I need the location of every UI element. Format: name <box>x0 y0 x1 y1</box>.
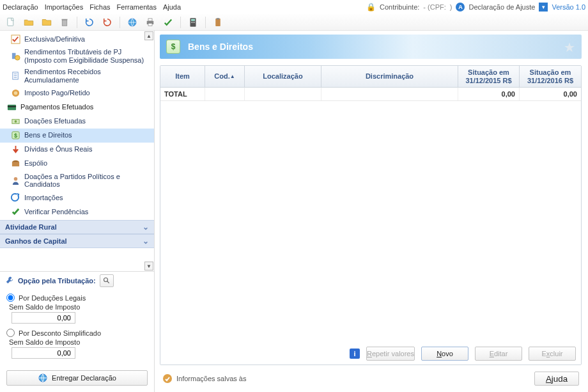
repetir-button[interactable]: RRepetir valoresepetir valores <box>366 347 415 361</box>
card-icon <box>6 102 17 113</box>
declaracao-badge-icon: A <box>456 3 465 12</box>
sidebar-item-importacoes[interactable]: Importações <box>0 191 154 205</box>
tb-check-icon[interactable] <box>161 15 175 29</box>
sidebar-item-dividas[interactable]: Dívidas e Ônus Reais <box>0 143 154 157</box>
sidebar-item-label: Rendimentos Recebidos Acumuladamente <box>24 68 149 84</box>
grid-header: Item Cod. Localização Discriminação Situ… <box>160 66 581 88</box>
down-arrow-icon <box>10 145 20 155</box>
svg-rect-1 <box>62 20 67 26</box>
svg-point-27 <box>13 177 17 181</box>
col-situacao-2016[interactable]: Situação em 31/12/2016 R$ <box>520 66 581 87</box>
col-localizacao[interactable]: Localização <box>245 66 321 87</box>
sidebar-item-label: Rendimentos Tributáveis de PJ (Imposto c… <box>24 48 149 64</box>
sidebar-item-espolio[interactable]: Espólio <box>0 157 154 171</box>
menu-importacoes[interactable]: Importações <box>45 3 84 11</box>
tb-trash-icon[interactable] <box>58 15 72 29</box>
svg-rect-9 <box>191 22 192 23</box>
section-label: Atividade Rural <box>5 223 57 231</box>
sidebar: ▲ Exclusiva/Definitiva Rendimentos Tribu… <box>0 31 155 392</box>
check-green-icon <box>10 207 20 217</box>
cell-total-s2: 0,00 <box>520 88 581 100</box>
sidebar-tree: Exclusiva/Definitiva Rendimentos Tributá… <box>0 31 154 220</box>
menu-declaracao[interactable]: Declaração <box>3 3 38 11</box>
tb-folder-icon[interactable] <box>40 15 54 29</box>
opt-deducoes-radio[interactable] <box>6 294 15 302</box>
document-icon <box>10 71 20 81</box>
svg-rect-20 <box>7 105 15 110</box>
svg-rect-8 <box>191 19 195 20</box>
lion-icon <box>10 88 20 98</box>
entregar-label: Entregar Declaração <box>52 374 116 382</box>
taxopt-search-button[interactable] <box>100 274 114 287</box>
excluir-button[interactable]: Excluir <box>529 347 576 361</box>
svg-rect-21 <box>7 106 15 107</box>
chevron-double-icon: ⌄ <box>143 237 149 246</box>
svg-rect-13 <box>217 18 220 19</box>
menu-ajuda[interactable]: Ajuda <box>163 3 181 11</box>
versao-label: Versão 1.0 <box>552 3 585 11</box>
tb-calculator-icon[interactable] <box>186 15 200 29</box>
tb-refresh-red-icon[interactable] <box>100 15 114 29</box>
info-save-label: Informações salvas às <box>176 375 246 382</box>
sidebar-scroll-down[interactable]: ▼ <box>144 262 153 270</box>
sidebar-item-exclusiva[interactable]: Exclusiva/Definitiva <box>0 32 154 46</box>
sidebar-item-label: Doações a Partidos Políticos e Candidato… <box>24 173 149 189</box>
editar-button[interactable]: Editar <box>475 347 522 361</box>
sidebar-item-bens[interactable]: $ Bens e Direitos <box>0 129 154 143</box>
entregar-declaracao-button[interactable]: Entregar Declaração <box>6 370 148 386</box>
person-icon <box>10 175 20 185</box>
novo-button[interactable]: Novo <box>421 347 468 361</box>
col-discriminacao[interactable]: Discriminação <box>321 66 458 87</box>
section-atividade-rural[interactable]: Atividade Rural ⌄ <box>0 220 154 234</box>
svg-rect-12 <box>215 19 220 26</box>
sidebar-item-rend-acum[interactable]: Rendimentos Recebidos Acumuladamente <box>0 66 154 86</box>
sidebar-scroll-up[interactable]: ▲ <box>144 31 153 40</box>
svg-rect-2 <box>62 19 68 20</box>
svg-point-30 <box>163 374 172 383</box>
svg-rect-6 <box>148 23 152 26</box>
tb-open-folder-icon[interactable] <box>22 15 36 29</box>
sidebar-item-doacoes[interactable]: Doações Efetuadas <box>0 114 154 129</box>
sidebar-item-label: Dívidas e Ônus Reais <box>24 145 149 153</box>
svg-rect-0 <box>8 18 13 26</box>
col-item[interactable]: Item <box>160 66 205 87</box>
section-ganhos-capital[interactable]: Ganhos de Capital ⌄ <box>0 234 154 248</box>
svg-point-19 <box>13 91 17 95</box>
col-situacao-2015[interactable]: Situação em 31/12/2015 R$ <box>458 66 520 87</box>
versao-icon: ▾ <box>539 3 548 12</box>
globe-small-icon <box>38 373 48 383</box>
opt-deducoes-sub: Sem Saldo de Imposto <box>6 303 148 311</box>
tb-print-icon[interactable] <box>143 15 157 29</box>
tb-globe-icon[interactable] <box>125 15 139 29</box>
opt-simplificado-value <box>12 347 75 359</box>
cell-total-label: TOTAL <box>160 88 205 100</box>
sidebar-item-pagamentos[interactable]: Pagamentos Efetuados <box>0 100 154 114</box>
tb-refresh-blue-icon[interactable] <box>82 15 97 29</box>
sidebar-item-rend-pj[interactable]: Rendimentos Tributáveis de PJ (Imposto c… <box>0 46 154 66</box>
save-status-icon <box>162 373 173 384</box>
favorite-star-icon[interactable]: ★ <box>564 40 575 55</box>
sidebar-item-verificar[interactable]: Verificar Pendências <box>0 205 154 219</box>
menu-ferramentas[interactable]: Ferramentas <box>117 3 157 11</box>
menubar: Declaração Importações Fichas Ferramenta… <box>0 0 588 14</box>
money-icon <box>10 116 20 127</box>
cell-total-s1: 0,00 <box>458 88 520 100</box>
sidebar-item-imposto[interactable]: Imposto Pago/Retido <box>0 86 154 100</box>
menu-fichas[interactable]: Fichas <box>89 3 110 11</box>
info-icon[interactable]: i <box>350 349 360 359</box>
taxopt-label: Opção pela Tributação: <box>18 277 96 285</box>
tb-new-doc-icon[interactable] <box>4 15 18 29</box>
ajuda-button[interactable]: Ajuda <box>534 372 579 386</box>
sidebar-item-doacoes-partidos[interactable]: Doações a Partidos Políticos e Candidato… <box>0 171 154 191</box>
svg-rect-5 <box>148 19 152 21</box>
tb-clipboard-icon[interactable] <box>211 15 225 29</box>
col-cod[interactable]: Cod. <box>205 66 245 87</box>
opt-deducoes-value <box>12 312 75 324</box>
toolbar <box>0 14 588 31</box>
sidebar-item-label: Exclusiva/Definitiva <box>24 35 149 43</box>
svg-point-28 <box>104 278 107 282</box>
opt-deducoes-label: Por Deduções Legais <box>19 294 86 302</box>
opt-simplificado-radio[interactable] <box>6 329 15 337</box>
sidebar-item-label: Imposto Pago/Retido <box>24 89 149 97</box>
dollar-icon: $ <box>10 130 20 141</box>
